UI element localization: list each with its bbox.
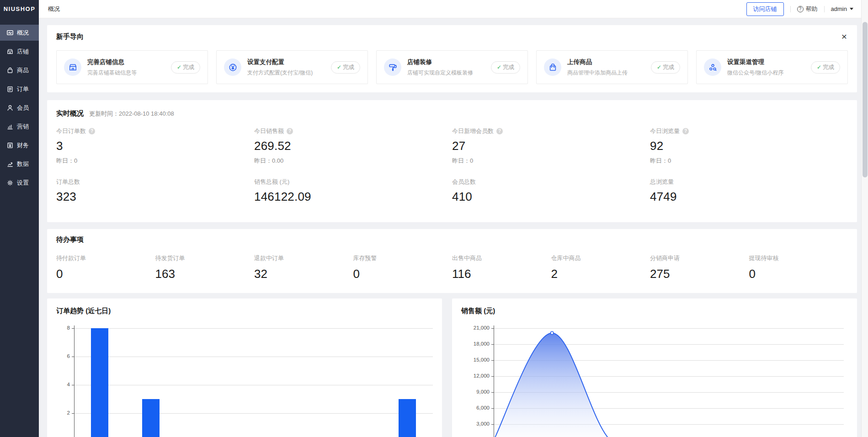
- sidebar-item-会员[interactable]: 会员: [0, 100, 39, 116]
- gridline: [74, 357, 433, 357]
- guide-card[interactable]: 上传商品商品管理中添加商品上传✓完成: [536, 50, 688, 84]
- help-icon[interactable]: ?: [287, 128, 293, 134]
- done-badge[interactable]: ✓完成: [331, 61, 360, 74]
- done-label: 完成: [663, 64, 674, 71]
- divider: [790, 6, 791, 12]
- todo-title: 待办事项: [56, 235, 848, 244]
- todo-block: 待发货订单163: [155, 254, 255, 281]
- sidebar-item-概况[interactable]: 概况: [0, 25, 39, 41]
- guide-card[interactable]: 店铺装修店铺可实现自定义模板装修✓完成: [376, 50, 528, 84]
- stat-block: 今日浏览量?92昨日：0: [650, 127, 848, 165]
- peak-point: [551, 331, 554, 334]
- todo-block: 退款中订单32: [254, 254, 353, 281]
- divider: [824, 6, 825, 12]
- y-tick-label: 6: [56, 353, 70, 359]
- todo-block: 出售中商品116: [452, 254, 551, 281]
- todo-value: 163: [155, 267, 255, 281]
- sidebar-item-label: 概况: [17, 29, 29, 37]
- stat-value: 92: [650, 139, 848, 153]
- guide-card-subtitle: 完善店铺基础信息等: [87, 69, 165, 77]
- bar-day-2: [142, 399, 160, 437]
- todo-label: 分销商申请: [650, 254, 749, 262]
- y-tick-label: 4: [56, 382, 70, 387]
- todo-label: 退款中订单: [254, 254, 353, 262]
- help-icon[interactable]: ?: [496, 128, 503, 134]
- stat-label: 今日销售额: [254, 127, 284, 135]
- goods-icon: [6, 67, 14, 74]
- close-icon[interactable]: ×: [841, 32, 847, 41]
- stat-label: 总浏览量: [650, 178, 848, 186]
- app-logo: NIUSHOP: [0, 0, 39, 18]
- sidebar-item-店铺[interactable]: 店铺: [0, 43, 39, 59]
- visit-shop-button[interactable]: 访问店铺: [746, 2, 784, 16]
- data-icon: [6, 160, 14, 168]
- stat-block: 会员总数410: [452, 178, 650, 204]
- guide-card[interactable]: 完善店铺信息完善店铺基础信息等✓完成: [56, 50, 208, 84]
- todo-panel: 待办事项 待付款订单0待发货订单163退款中订单32库存预警0出售中商品116仓…: [47, 229, 857, 293]
- sidebar-item-数据[interactable]: 数据: [0, 156, 39, 172]
- realtime-title: 实时概况: [56, 109, 84, 118]
- guide-card-title: 上传商品: [567, 58, 645, 66]
- sidebar-item-label: 会员: [17, 104, 29, 112]
- guide-card-title: 完善店铺信息: [87, 58, 165, 66]
- stat-label: 今日新增会员数: [452, 127, 494, 135]
- todo-value: 0: [56, 267, 155, 281]
- sidebar-item-财务[interactable]: 财务: [0, 137, 39, 153]
- guide-card[interactable]: 设置渠道管理微信公众号/微信小程序✓完成: [696, 50, 848, 84]
- guide-card-subtitle: 支付方式配置(支付宝/微信): [247, 69, 325, 77]
- stat-label: 会员总数: [452, 178, 650, 186]
- guide-title: 新手导向: [56, 32, 848, 41]
- order-trend-bar-chart: 8642: [56, 320, 433, 437]
- scrollbar-thumb[interactable]: [863, 22, 868, 177]
- y-axis: [74, 325, 75, 437]
- sidebar-item-label: 订单: [17, 85, 29, 93]
- help-icon[interactable]: ?: [682, 128, 689, 134]
- done-badge[interactable]: ✓完成: [651, 61, 680, 74]
- check-icon: ✓: [657, 64, 661, 70]
- sales-area-chart: 21,00018,00015,00012,0009,0006,0003,000: [461, 320, 848, 437]
- newbie-guide-panel: 新手导向 × 完善店铺信息完善店铺基础信息等✓完成设置支付配置支付方式配置(支付…: [47, 25, 857, 92]
- stat-label: 订单总数: [56, 178, 254, 186]
- stat-value: 3: [56, 139, 254, 153]
- scrollbar-track[interactable]: [861, 0, 868, 437]
- total-stats: 订单总数323销售总额 (元)146122.09会员总数410总浏览量4749: [56, 178, 848, 204]
- stat-value: 323: [56, 190, 254, 204]
- sidebar-item-订单[interactable]: 订单: [0, 81, 39, 97]
- stat-block: 销售总额 (元)146122.09: [254, 178, 452, 204]
- guide-card[interactable]: 设置支付配置支付方式配置(支付宝/微信)✓完成: [216, 50, 368, 84]
- topbar-actions: 访问店铺 ? 帮助 admin: [746, 2, 853, 16]
- todo-label: 提现待审核: [749, 254, 848, 262]
- sidebar-item-商品[interactable]: 商品: [0, 62, 39, 78]
- todo-value: 2: [551, 267, 650, 281]
- stat-label-row: 今日浏览量?: [650, 127, 848, 135]
- overview-icon: [6, 29, 14, 37]
- chevron-down-icon: [850, 8, 853, 10]
- guide-card-subtitle: 商品管理中添加商品上传: [567, 69, 645, 77]
- help-icon[interactable]: ?: [89, 128, 95, 134]
- sidebar-item-营销[interactable]: 营销: [0, 118, 39, 134]
- user-name: admin: [831, 5, 847, 12]
- todo-block: 库存预警0: [353, 254, 453, 281]
- todo-block: 提现待审核0: [749, 254, 848, 281]
- done-badge[interactable]: ✓完成: [491, 61, 520, 74]
- stat-label-row: 今日销售额?: [254, 127, 452, 135]
- done-badge[interactable]: ✓完成: [811, 61, 840, 74]
- paint-roller-icon: [384, 59, 401, 76]
- stat-yesterday: 昨日：0.00: [254, 157, 452, 165]
- user-menu[interactable]: admin: [831, 5, 853, 12]
- done-badge[interactable]: ✓完成: [171, 61, 200, 74]
- help-label: 帮助: [806, 5, 818, 13]
- sidebar-item-label: 营销: [17, 123, 29, 131]
- bar-day-1: [91, 328, 108, 437]
- sales-chart-card: 销售额 (元) 21,00018,00015,00012,0009,0006,0…: [452, 298, 857, 437]
- stat-block: 订单总数323: [56, 178, 254, 204]
- settings-icon: [6, 179, 14, 187]
- gridline: [74, 413, 433, 414]
- sidebar-item-设置[interactable]: 设置: [0, 175, 39, 191]
- help-menu[interactable]: ? 帮助: [797, 5, 818, 13]
- check-icon: ✓: [497, 64, 501, 70]
- stat-label: 今日订单数: [56, 127, 86, 135]
- bag-icon: [544, 59, 561, 76]
- sidebar-item-label: 商品: [17, 66, 29, 75]
- help-icon: ?: [797, 6, 804, 12]
